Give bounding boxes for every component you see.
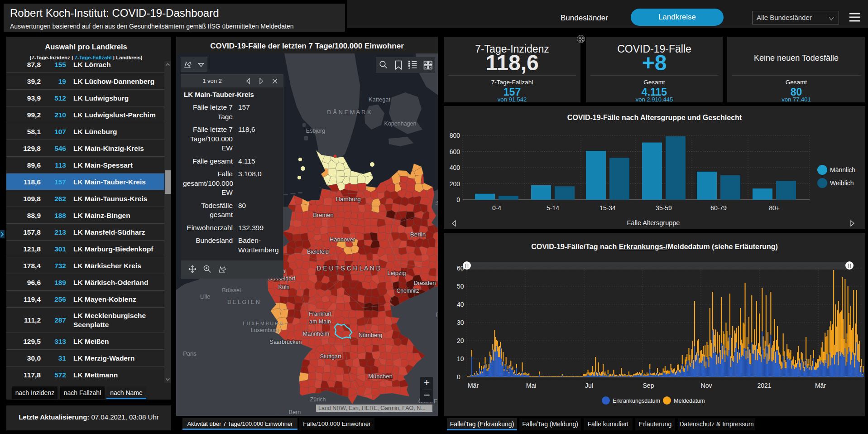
svg-text:Sep: Sep [643, 382, 654, 389]
svg-text:40: 40 [457, 301, 464, 308]
svg-text:am Main: am Main [309, 318, 331, 325]
svg-text:80+: 80+ [769, 204, 780, 212]
svg-text:Berlin: Berlin [410, 231, 426, 238]
svg-text:Luxemburg: Luxemburg [251, 327, 279, 333]
svg-text:München: München [368, 373, 392, 380]
svg-text:D E U T S C H L A N D: D E U T S C H L A N D [317, 265, 380, 272]
svg-text:Kattegat: Kattegat [369, 96, 391, 103]
svg-text:Nürnberg: Nürnberg [359, 332, 382, 338]
svg-text:Erkrankungsdatum: Erkrankungsdatum [613, 398, 660, 404]
svg-text:0-4: 0-4 [492, 204, 501, 212]
svg-text:Brüssel: Brüssel [222, 287, 241, 294]
svg-text:Zürich: Zürich [310, 396, 326, 403]
svg-text:Bremen: Bremen [313, 212, 334, 218]
svg-text:Hamburg: Hamburg [336, 196, 361, 203]
svg-text:Nov: Nov [701, 382, 712, 389]
svg-text:D Ä N E M A R K: D Ä N E M A R K [327, 109, 371, 116]
svg-text:Pilsen: Pilsen [436, 312, 438, 318]
svg-text:Lille: Lille [200, 294, 210, 300]
svg-text:Chemnitz: Chemnitz [397, 288, 420, 294]
svg-text:15-34: 15-34 [599, 204, 616, 212]
svg-text:Mär: Mär [815, 382, 826, 389]
svg-text:Hannover: Hannover [330, 236, 355, 243]
svg-text:Stuttgart: Stuttgart [320, 353, 341, 360]
svg-text:Frankfurt: Frankfurt [309, 311, 332, 317]
svg-text:Dresden: Dresden [413, 280, 436, 286]
svg-text:800: 800 [450, 132, 460, 139]
svg-text:Jul: Jul [585, 382, 593, 389]
svg-text:400: 400 [450, 164, 460, 171]
svg-text:Leipzig: Leipzig [387, 270, 406, 276]
svg-text:Bern: Bern [289, 409, 301, 415]
svg-text:50: 50 [457, 283, 464, 290]
svg-text:Köln: Köln [278, 284, 289, 290]
svg-text:5-14: 5-14 [547, 204, 559, 212]
svg-text:B E L G I E N: B E L G I E N [227, 299, 260, 305]
svg-text:10: 10 [457, 355, 464, 362]
svg-text:Meldedatum: Meldedatum [674, 398, 705, 404]
svg-text:Mai: Mai [526, 382, 537, 389]
svg-text:Fälle Altersgruppe: Fälle Altersgruppe [627, 219, 680, 227]
svg-text:20: 20 [457, 337, 464, 344]
svg-text:600: 600 [450, 148, 460, 155]
svg-text:0: 0 [457, 373, 460, 381]
svg-text:Bielefeld: Bielefeld [307, 249, 329, 255]
svg-text:L U X E M B U R G: L U X E M B U R G [243, 321, 283, 326]
svg-text:Paris: Paris [183, 350, 197, 357]
svg-text:30: 30 [457, 319, 464, 326]
svg-text:2021: 2021 [757, 382, 771, 389]
svg-text:Weiblich: Weiblich [830, 179, 854, 187]
svg-text:35-59: 35-59 [656, 204, 672, 212]
svg-text:Mär: Mär [468, 382, 479, 389]
svg-text:Kopenhagen: Kopenhagen [384, 121, 417, 127]
svg-text:Mannheim: Mannheim [303, 331, 329, 337]
svg-text:Esbjerg: Esbjerg [306, 128, 325, 134]
svg-text:Saarbrücken: Saarbrücken [270, 339, 302, 345]
svg-text:Männlich: Männlich [830, 166, 855, 174]
svg-text:60-79: 60-79 [710, 204, 727, 212]
svg-text:Stettin: Stettin [436, 200, 438, 207]
svg-text:0: 0 [456, 196, 460, 203]
svg-text:200: 200 [450, 180, 460, 188]
